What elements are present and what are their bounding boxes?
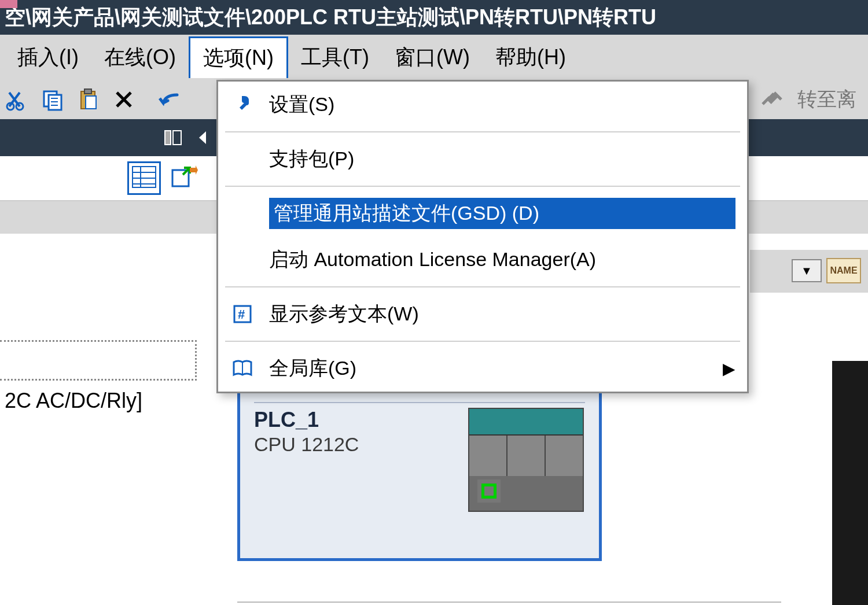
blank-icon bbox=[230, 146, 255, 172]
svg-rect-11 bbox=[165, 131, 171, 145]
menu-help[interactable]: 帮助(H) bbox=[483, 38, 579, 78]
options-menu-dropdown: 设置(S) 支持包(P) 管理通用站描述文件(GSD) (D) 启动 Autom… bbox=[216, 80, 749, 393]
export-icon[interactable] bbox=[170, 164, 198, 192]
app-indicator-icon bbox=[0, 0, 17, 8]
menu-item-settings[interactable]: 设置(S) bbox=[218, 82, 747, 128]
svg-rect-9 bbox=[86, 96, 96, 109]
title-bar: 空\网关产品\网关测试文件\200PLC RTU主站测试\PN转RTU\PN转R… bbox=[0, 0, 868, 35]
menu-item-label: 全局库(G) bbox=[269, 355, 709, 382]
right-toolbar: 转至离 bbox=[748, 80, 868, 119]
wrench-icon bbox=[230, 92, 255, 117]
tree-drop-target[interactable] bbox=[0, 340, 197, 381]
cut-icon[interactable] bbox=[3, 87, 29, 112]
menu-item-reference-text[interactable]: # 显示参考文本(W) bbox=[218, 291, 747, 337]
menu-item-global-library[interactable]: 全局库(G) ▶ bbox=[218, 345, 747, 392]
svg-text:#: # bbox=[238, 307, 245, 322]
copy-icon[interactable] bbox=[39, 87, 65, 112]
menu-separator bbox=[225, 341, 740, 342]
document-hash-icon: # bbox=[230, 301, 255, 327]
menu-window[interactable]: 窗口(W) bbox=[382, 38, 483, 78]
menu-insert[interactable]: 插入(I) bbox=[5, 38, 91, 78]
menu-separator bbox=[225, 286, 740, 287]
tree-blank-row bbox=[0, 271, 197, 340]
right-dark-panel bbox=[832, 361, 868, 605]
book-icon bbox=[230, 356, 255, 381]
device-canvas[interactable]: PLC_1 CPU 1212C bbox=[237, 364, 602, 561]
connect-icon[interactable] bbox=[759, 87, 785, 112]
plc-device-box[interactable]: PLC_1 CPU 1212C bbox=[237, 364, 602, 561]
zoom-dropdown-icon[interactable]: ▼ bbox=[792, 259, 822, 282]
plc-status-led-icon bbox=[477, 479, 501, 503]
paste-icon[interactable] bbox=[75, 87, 101, 112]
collapse-left-icon[interactable] bbox=[192, 127, 214, 149]
title-path: 空\网关产品\网关测试文件\200PLC RTU主站测试\PN转RTU\PN转R… bbox=[5, 3, 656, 32]
panel-toggle-icon[interactable] bbox=[162, 127, 184, 149]
menu-options[interactable]: 选项(N) bbox=[189, 36, 288, 78]
svg-rect-8 bbox=[84, 89, 91, 94]
delete-icon[interactable] bbox=[111, 87, 137, 112]
menu-item-support-pack[interactable]: 支持包(P) bbox=[218, 136, 747, 182]
svg-rect-12 bbox=[173, 131, 181, 145]
project-tree-panel: 2C AC/DC/Rly] bbox=[0, 201, 197, 421]
menu-separator bbox=[225, 186, 740, 187]
menu-item-label: 管理通用站描述文件(GSD) (D) bbox=[269, 198, 735, 229]
menu-tools[interactable]: 工具(T) bbox=[288, 38, 382, 78]
blank-icon bbox=[230, 201, 255, 226]
menu-bar: 插入(I) 在线(O) 选项(N) 工具(T) 窗口(W) 帮助(H) bbox=[0, 35, 868, 80]
undo-icon[interactable] bbox=[157, 87, 183, 112]
menu-item-label: 支持包(P) bbox=[269, 146, 735, 172]
name-tag-icon[interactable]: NAME bbox=[826, 258, 861, 283]
plc-hardware-icon bbox=[468, 408, 584, 512]
canvas-separator bbox=[237, 602, 781, 603]
menu-item-label: 设置(S) bbox=[269, 91, 735, 118]
menu-item-start-alm[interactable]: 启动 Automation License Manager(A) bbox=[218, 237, 747, 283]
menu-separator bbox=[225, 131, 740, 132]
tree-device-item[interactable]: 2C AC/DC/Rly] bbox=[0, 381, 197, 421]
tree-blank-row bbox=[0, 201, 197, 271]
submenu-arrow-icon: ▶ bbox=[723, 359, 735, 378]
menu-item-label: 显示参考文本(W) bbox=[269, 301, 735, 327]
goto-offline-label[interactable]: 转至离 bbox=[797, 86, 856, 113]
menu-item-manage-gsd[interactable]: 管理通用站描述文件(GSD) (D) bbox=[218, 190, 747, 237]
blank-icon bbox=[230, 247, 255, 272]
grid-view-icon[interactable] bbox=[127, 161, 161, 195]
menu-item-label: 启动 Automation License Manager(A) bbox=[269, 246, 735, 273]
menu-online[interactable]: 在线(O) bbox=[91, 38, 189, 78]
